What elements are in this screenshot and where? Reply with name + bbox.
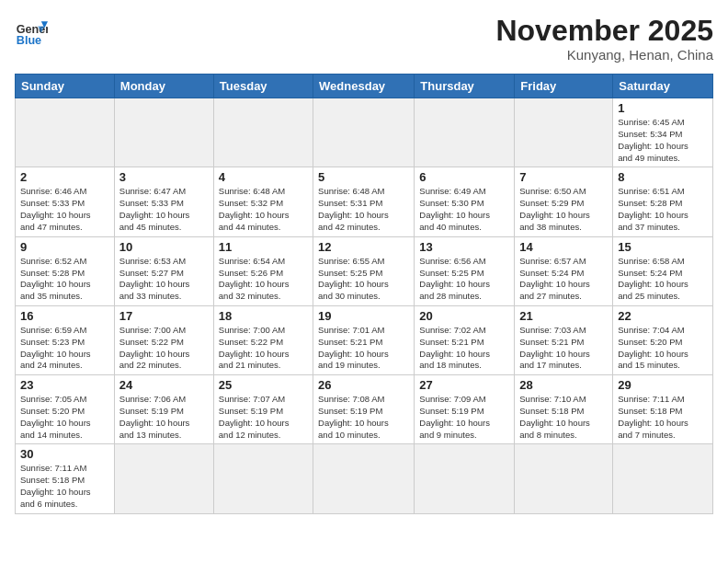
weekday-header-wednesday: Wednesday: [313, 75, 415, 98]
calendar-cell: 12Sunrise: 6:55 AM Sunset: 5:25 PM Dayli…: [313, 236, 415, 305]
cell-sun-info: Sunrise: 6:59 AM Sunset: 5:23 PM Dayligh…: [20, 325, 109, 372]
calendar-cell: [313, 98, 415, 167]
day-number: 16: [20, 309, 109, 323]
day-number: 7: [519, 170, 608, 184]
cell-sun-info: Sunrise: 7:06 AM Sunset: 5:19 PM Dayligh…: [119, 394, 209, 441]
calendar-week-row: 30Sunrise: 7:11 AM Sunset: 5:18 PM Dayli…: [16, 444, 713, 513]
svg-text:Blue: Blue: [17, 34, 41, 47]
calendar-cell: 17Sunrise: 7:00 AM Sunset: 5:22 PM Dayli…: [114, 305, 213, 374]
weekday-header-monday: Monday: [114, 75, 213, 98]
day-number: 4: [219, 170, 308, 184]
calendar-cell: 11Sunrise: 6:54 AM Sunset: 5:26 PM Dayli…: [213, 236, 313, 305]
calendar-cell: 10Sunrise: 6:53 AM Sunset: 5:27 PM Dayli…: [114, 236, 213, 305]
location-subtitle: Kunyang, Henan, China: [495, 47, 713, 63]
weekday-header-tuesday: Tuesday: [213, 75, 313, 98]
calendar-cell: [213, 444, 313, 513]
calendar-cell: [613, 444, 713, 513]
calendar-week-row: 23Sunrise: 7:05 AM Sunset: 5:20 PM Dayli…: [16, 375, 713, 444]
day-number: 21: [519, 309, 608, 323]
cell-sun-info: Sunrise: 6:52 AM Sunset: 5:28 PM Dayligh…: [20, 256, 109, 303]
calendar-cell: 15Sunrise: 6:58 AM Sunset: 5:24 PM Dayli…: [613, 236, 713, 305]
cell-sun-info: Sunrise: 7:10 AM Sunset: 5:18 PM Dayligh…: [519, 394, 608, 441]
calendar-week-row: 9Sunrise: 6:52 AM Sunset: 5:28 PM Daylig…: [16, 236, 713, 305]
calendar-table: SundayMondayTuesdayWednesdayThursdayFrid…: [15, 74, 713, 514]
calendar-cell: 3Sunrise: 6:47 AM Sunset: 5:33 PM Daylig…: [114, 167, 213, 236]
calendar-cell: 1Sunrise: 6:45 AM Sunset: 5:34 PM Daylig…: [613, 98, 713, 167]
logo-icon: General Blue: [15, 15, 48, 48]
cell-sun-info: Sunrise: 7:07 AM Sunset: 5:19 PM Dayligh…: [219, 394, 308, 441]
page-header: General Blue November 2025 Kunyang, Hena…: [15, 15, 713, 63]
calendar-week-row: 16Sunrise: 6:59 AM Sunset: 5:23 PM Dayli…: [16, 305, 713, 374]
day-number: 5: [318, 170, 409, 184]
calendar-cell: 8Sunrise: 6:51 AM Sunset: 5:28 PM Daylig…: [613, 167, 713, 236]
cell-sun-info: Sunrise: 7:08 AM Sunset: 5:19 PM Dayligh…: [318, 394, 409, 441]
day-number: 17: [119, 309, 209, 323]
day-number: 29: [618, 378, 708, 392]
calendar-cell: 2Sunrise: 6:46 AM Sunset: 5:33 PM Daylig…: [16, 167, 115, 236]
day-number: 10: [119, 240, 209, 254]
cell-sun-info: Sunrise: 7:05 AM Sunset: 5:20 PM Dayligh…: [20, 394, 109, 441]
calendar-cell: 23Sunrise: 7:05 AM Sunset: 5:20 PM Dayli…: [16, 375, 115, 444]
cell-sun-info: Sunrise: 6:54 AM Sunset: 5:26 PM Dayligh…: [219, 256, 308, 303]
calendar-cell: [114, 444, 213, 513]
day-number: 25: [219, 378, 308, 392]
cell-sun-info: Sunrise: 7:00 AM Sunset: 5:22 PM Dayligh…: [119, 325, 209, 372]
cell-sun-info: Sunrise: 7:01 AM Sunset: 5:21 PM Dayligh…: [318, 325, 409, 372]
calendar-cell: 16Sunrise: 6:59 AM Sunset: 5:23 PM Dayli…: [16, 305, 115, 374]
cell-sun-info: Sunrise: 6:50 AM Sunset: 5:29 PM Dayligh…: [519, 186, 608, 233]
day-number: 13: [419, 240, 509, 254]
calendar-week-row: 1Sunrise: 6:45 AM Sunset: 5:34 PM Daylig…: [16, 98, 713, 167]
day-number: 22: [618, 309, 708, 323]
cell-sun-info: Sunrise: 6:57 AM Sunset: 5:24 PM Dayligh…: [519, 256, 608, 303]
day-number: 23: [20, 378, 109, 392]
cell-sun-info: Sunrise: 7:04 AM Sunset: 5:20 PM Dayligh…: [618, 325, 708, 372]
cell-sun-info: Sunrise: 6:49 AM Sunset: 5:30 PM Dayligh…: [419, 186, 509, 233]
cell-sun-info: Sunrise: 6:47 AM Sunset: 5:33 PM Dayligh…: [119, 186, 209, 233]
day-number: 1: [618, 101, 708, 115]
title-block: November 2025 Kunyang, Henan, China: [495, 15, 713, 63]
cell-sun-info: Sunrise: 7:02 AM Sunset: 5:21 PM Dayligh…: [419, 325, 509, 372]
calendar-cell: 6Sunrise: 6:49 AM Sunset: 5:30 PM Daylig…: [415, 167, 515, 236]
weekday-header-sunday: Sunday: [16, 75, 115, 98]
weekday-header-thursday: Thursday: [415, 75, 515, 98]
day-number: 11: [219, 240, 308, 254]
calendar-cell: 28Sunrise: 7:10 AM Sunset: 5:18 PM Dayli…: [515, 375, 613, 444]
cell-sun-info: Sunrise: 6:56 AM Sunset: 5:25 PM Dayligh…: [419, 256, 509, 303]
cell-sun-info: Sunrise: 7:11 AM Sunset: 5:18 PM Dayligh…: [618, 394, 708, 441]
day-number: 15: [618, 240, 708, 254]
calendar-cell: 13Sunrise: 6:56 AM Sunset: 5:25 PM Dayli…: [415, 236, 515, 305]
weekday-header-row: SundayMondayTuesdayWednesdayThursdayFrid…: [16, 75, 713, 98]
calendar-cell: 29Sunrise: 7:11 AM Sunset: 5:18 PM Dayli…: [613, 375, 713, 444]
cell-sun-info: Sunrise: 7:03 AM Sunset: 5:21 PM Dayligh…: [519, 325, 608, 372]
day-number: 28: [519, 378, 608, 392]
calendar-cell: 7Sunrise: 6:50 AM Sunset: 5:29 PM Daylig…: [515, 167, 613, 236]
calendar-cell: [515, 98, 613, 167]
calendar-cell: [515, 444, 613, 513]
day-number: 20: [419, 309, 509, 323]
month-title: November 2025: [495, 15, 713, 47]
cell-sun-info: Sunrise: 6:45 AM Sunset: 5:34 PM Dayligh…: [618, 117, 708, 164]
cell-sun-info: Sunrise: 6:55 AM Sunset: 5:25 PM Dayligh…: [318, 256, 409, 303]
cell-sun-info: Sunrise: 6:48 AM Sunset: 5:32 PM Dayligh…: [219, 186, 308, 233]
calendar-cell: 19Sunrise: 7:01 AM Sunset: 5:21 PM Dayli…: [313, 305, 415, 374]
cell-sun-info: Sunrise: 6:53 AM Sunset: 5:27 PM Dayligh…: [119, 256, 209, 303]
day-number: 19: [318, 309, 409, 323]
day-number: 3: [119, 170, 209, 184]
calendar-week-row: 2Sunrise: 6:46 AM Sunset: 5:33 PM Daylig…: [16, 167, 713, 236]
cell-sun-info: Sunrise: 7:09 AM Sunset: 5:19 PM Dayligh…: [419, 394, 509, 441]
cell-sun-info: Sunrise: 6:48 AM Sunset: 5:31 PM Dayligh…: [318, 186, 409, 233]
cell-sun-info: Sunrise: 7:11 AM Sunset: 5:18 PM Dayligh…: [20, 463, 109, 510]
calendar-cell: 21Sunrise: 7:03 AM Sunset: 5:21 PM Dayli…: [515, 305, 613, 374]
calendar-cell: 9Sunrise: 6:52 AM Sunset: 5:28 PM Daylig…: [16, 236, 115, 305]
calendar-cell: 20Sunrise: 7:02 AM Sunset: 5:21 PM Dayli…: [415, 305, 515, 374]
calendar-cell: [415, 98, 515, 167]
day-number: 24: [119, 378, 209, 392]
day-number: 9: [20, 240, 109, 254]
day-number: 8: [618, 170, 708, 184]
calendar-cell: [213, 98, 313, 167]
calendar-cell: 22Sunrise: 7:04 AM Sunset: 5:20 PM Dayli…: [613, 305, 713, 374]
calendar-cell: 24Sunrise: 7:06 AM Sunset: 5:19 PM Dayli…: [114, 375, 213, 444]
calendar-cell: 25Sunrise: 7:07 AM Sunset: 5:19 PM Dayli…: [213, 375, 313, 444]
calendar-cell: [415, 444, 515, 513]
day-number: 2: [20, 170, 109, 184]
